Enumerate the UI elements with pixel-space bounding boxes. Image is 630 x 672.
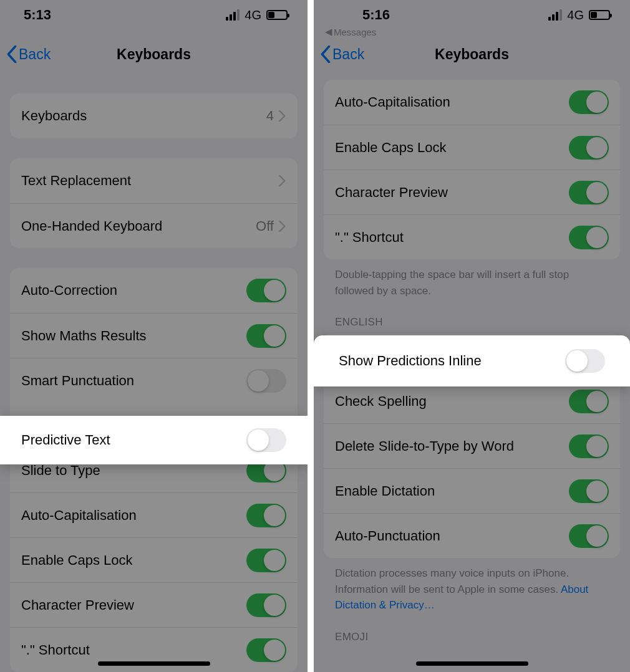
toggle-check-spelling[interactable] bbox=[569, 390, 609, 413]
toggle-smart-punctuation[interactable] bbox=[246, 369, 286, 393]
toggle-dot-shortcut[interactable] bbox=[569, 226, 609, 249]
network-label: 4G bbox=[567, 8, 584, 22]
row-show-predictions-inline[interactable]: Show Predictions Inline bbox=[314, 335, 630, 386]
row-label: Enable Caps Lock bbox=[21, 552, 133, 569]
back-button[interactable]: Back bbox=[6, 46, 51, 63]
chevron-left-icon bbox=[6, 46, 17, 63]
row-label: One-Handed Keyboard bbox=[21, 218, 162, 234]
row-value: 4 bbox=[266, 108, 274, 124]
screenshot-right: 5:16 4G ◀ Messages Back Keyboards Auto-C… bbox=[311, 0, 630, 672]
toggle-character-preview[interactable] bbox=[569, 181, 609, 204]
toggle-dot-shortcut[interactable] bbox=[246, 638, 286, 662]
row-auto-correction[interactable]: Auto-Correction bbox=[10, 268, 298, 313]
toggle-predictive-text[interactable] bbox=[246, 428, 286, 452]
row-enable-caps-lock[interactable]: Enable Caps Lock bbox=[10, 537, 298, 582]
nav-header: Back Keyboards bbox=[314, 35, 630, 74]
nav-header: Back Keyboards bbox=[0, 35, 308, 74]
row-one-handed[interactable]: One-Handed Keyboard Off bbox=[10, 203, 298, 248]
row-auto-capitalisation[interactable]: Auto-Capitalisation bbox=[10, 492, 298, 537]
chevron-right-icon bbox=[279, 110, 286, 122]
row-label: Auto-Capitalisation bbox=[21, 507, 137, 524]
row-label: Predictive Text bbox=[21, 432, 110, 448]
row-enable-dictation[interactable]: Enable Dictation bbox=[324, 468, 620, 513]
row-auto-capitalisation[interactable]: Auto-Capitalisation bbox=[324, 80, 620, 125]
row-smart-punctuation[interactable]: Smart Punctuation bbox=[10, 358, 298, 403]
row-predictive-text[interactable]: Predictive Text bbox=[0, 416, 308, 464]
status-bar: 5:13 4G bbox=[0, 0, 308, 30]
toggle-show-predictions-inline[interactable] bbox=[565, 349, 605, 373]
toggle-enable-dictation[interactable] bbox=[569, 479, 609, 503]
group-keyboards: Keyboards 4 bbox=[10, 94, 298, 138]
back-label: Back bbox=[332, 46, 364, 63]
row-label: Keyboards bbox=[21, 108, 87, 124]
row-delete-slide-word[interactable]: Delete Slide-to-Type by Word bbox=[324, 423, 620, 468]
section-header-english: ENGLISH bbox=[335, 316, 620, 329]
highlight-show-predictions-inline: Show Predictions Inline bbox=[314, 335, 630, 386]
row-label: Enable Caps Lock bbox=[335, 140, 447, 156]
toggle-auto-punctuation[interactable] bbox=[569, 524, 609, 548]
footer-dictation: Dictation processes many voice inputs on… bbox=[335, 565, 609, 613]
status-time: 5:13 bbox=[24, 7, 51, 23]
footer-double-tap: Double-tapping the space bar will insert… bbox=[335, 267, 609, 299]
row-label: Check Spelling bbox=[335, 393, 427, 410]
highlight-predictive-text: Predictive Text bbox=[0, 416, 308, 464]
row-text-replacement[interactable]: Text Replacement bbox=[10, 158, 298, 203]
row-label: "." Shortcut bbox=[21, 642, 90, 658]
group-text-options: Text Replacement One-Handed Keyboard Off bbox=[10, 158, 298, 248]
row-label: Auto-Punctuation bbox=[335, 528, 440, 544]
row-auto-punctuation[interactable]: Auto-Punctuation bbox=[324, 513, 620, 558]
cellular-signal-icon bbox=[226, 9, 240, 21]
page-title: Keyboards bbox=[117, 46, 191, 63]
toggle-auto-correction[interactable] bbox=[246, 279, 286, 302]
screenshot-left: 5:13 4G Back Keyboards Keyboards 4 bbox=[0, 0, 311, 672]
row-label: Show Maths Results bbox=[21, 328, 147, 344]
row-value: Off bbox=[256, 218, 274, 234]
toggle-character-preview[interactable] bbox=[246, 593, 286, 617]
row-label: Auto-Capitalisation bbox=[335, 94, 450, 110]
battery-icon bbox=[589, 10, 610, 20]
row-label: Delete Slide-to-Type by Word bbox=[335, 438, 514, 454]
group-typing-options: Auto-Correction Show Maths Results Smart… bbox=[10, 268, 298, 672]
row-label: Auto-Correction bbox=[21, 282, 117, 299]
row-label: Slide to Type bbox=[21, 463, 100, 479]
row-label: Smart Punctuation bbox=[21, 373, 134, 389]
back-label: Back bbox=[19, 46, 51, 63]
network-label: 4G bbox=[245, 8, 261, 22]
chevron-right-icon bbox=[279, 221, 286, 232]
page-title: Keyboards bbox=[435, 46, 509, 63]
battery-icon bbox=[266, 10, 288, 20]
row-show-maths[interactable]: Show Maths Results bbox=[10, 313, 298, 358]
row-enable-caps-lock[interactable]: Enable Caps Lock bbox=[324, 125, 620, 170]
toggle-show-maths[interactable] bbox=[246, 324, 286, 348]
row-label: Text Replacement bbox=[21, 173, 131, 189]
chevron-left-icon bbox=[320, 46, 331, 63]
chevron-right-icon bbox=[279, 175, 286, 186]
row-label: Enable Dictation bbox=[335, 483, 435, 499]
toggle-enable-caps-lock[interactable] bbox=[569, 136, 609, 160]
status-bar: 5:16 4G bbox=[314, 0, 630, 30]
row-character-preview[interactable]: Character Preview bbox=[10, 582, 298, 627]
row-label: Character Preview bbox=[335, 185, 448, 201]
toggle-auto-capitalisation[interactable] bbox=[569, 90, 609, 114]
footer-dictation-text: Dictation processes many voice inputs on… bbox=[335, 567, 569, 595]
toggle-delete-slide-word[interactable] bbox=[569, 434, 609, 458]
row-label: Show Predictions Inline bbox=[339, 353, 482, 369]
toggle-enable-caps-lock[interactable] bbox=[246, 549, 286, 572]
status-right: 4G bbox=[226, 8, 288, 22]
toggle-auto-capitalisation[interactable] bbox=[246, 504, 286, 527]
section-header-emoji: EMOJI bbox=[335, 631, 620, 643]
row-keyboards[interactable]: Keyboards 4 bbox=[10, 94, 298, 138]
status-right: 4G bbox=[548, 8, 610, 22]
row-label: Character Preview bbox=[21, 597, 134, 613]
row-label: "." Shortcut bbox=[335, 229, 404, 246]
row-dot-shortcut[interactable]: "." Shortcut bbox=[324, 214, 620, 259]
back-button[interactable]: Back bbox=[320, 46, 364, 63]
group-typing-options: Auto-Capitalisation Enable Caps Lock Cha… bbox=[324, 80, 620, 259]
cellular-signal-icon bbox=[548, 9, 562, 21]
home-indicator[interactable] bbox=[98, 661, 210, 666]
home-indicator[interactable] bbox=[416, 661, 528, 666]
row-character-preview[interactable]: Character Preview bbox=[324, 170, 620, 214]
status-time: 5:16 bbox=[362, 7, 390, 23]
